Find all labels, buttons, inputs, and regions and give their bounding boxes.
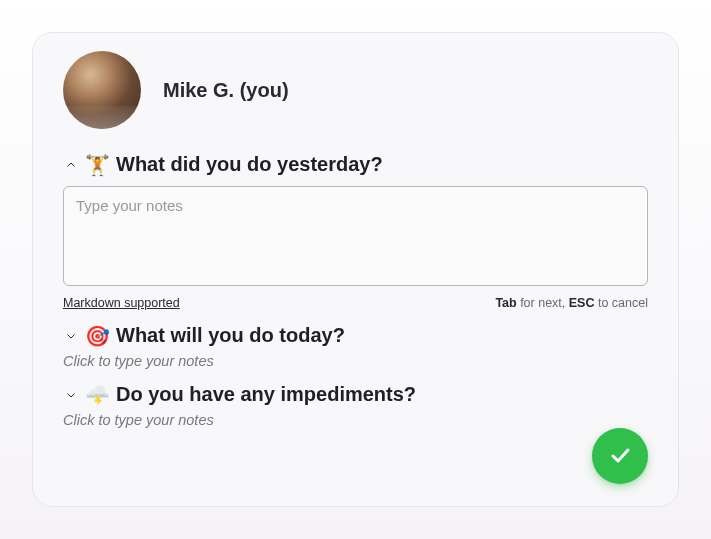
markdown-supported-link[interactable]: Markdown supported <box>63 296 180 310</box>
question-yesterday: 🏋️ What did you do yesterday? Markdown s… <box>63 153 648 310</box>
chevron-down-icon <box>63 387 79 403</box>
chevron-down-icon <box>63 328 79 344</box>
tab-hint-text: for next, <box>517 296 569 310</box>
avatar <box>63 51 141 129</box>
question-header-today[interactable]: 🎯 What will you do today? <box>63 324 648 347</box>
standup-card: Mike G. (you) 🏋️ What did you do yesterd… <box>32 32 679 507</box>
question-impediments: 🌩️ Do you have any impediments? Click to… <box>63 383 648 428</box>
tab-key-label: Tab <box>495 296 516 310</box>
user-header: Mike G. (you) <box>63 51 648 129</box>
emoji-today: 🎯 <box>85 326 110 346</box>
chevron-up-icon <box>63 157 79 173</box>
question-text-today: What will you do today? <box>116 324 345 347</box>
emoji-impediments: 🌩️ <box>85 385 110 405</box>
question-header-yesterday[interactable]: 🏋️ What did you do yesterday? <box>63 153 648 176</box>
question-today: 🎯 What will you do today? Click to type … <box>63 324 648 369</box>
notes-input-yesterday[interactable] <box>63 186 648 286</box>
check-icon <box>608 443 632 470</box>
collapsed-hint-today[interactable]: Click to type your notes <box>63 353 648 369</box>
user-name: Mike G. (you) <box>163 79 289 102</box>
submit-button[interactable] <box>592 428 648 484</box>
question-header-impediments[interactable]: 🌩️ Do you have any impediments? <box>63 383 648 406</box>
question-text-yesterday: What did you do yesterday? <box>116 153 383 176</box>
question-text-impediments: Do you have any impediments? <box>116 383 416 406</box>
collapsed-hint-impediments[interactable]: Click to type your notes <box>63 412 648 428</box>
key-hints: Tab for next, ESC to cancel <box>495 296 648 310</box>
esc-hint-text: to cancel <box>594 296 648 310</box>
emoji-yesterday: 🏋️ <box>85 155 110 175</box>
esc-key-label: ESC <box>569 296 595 310</box>
notes-hints: Markdown supported Tab for next, ESC to … <box>63 296 648 310</box>
